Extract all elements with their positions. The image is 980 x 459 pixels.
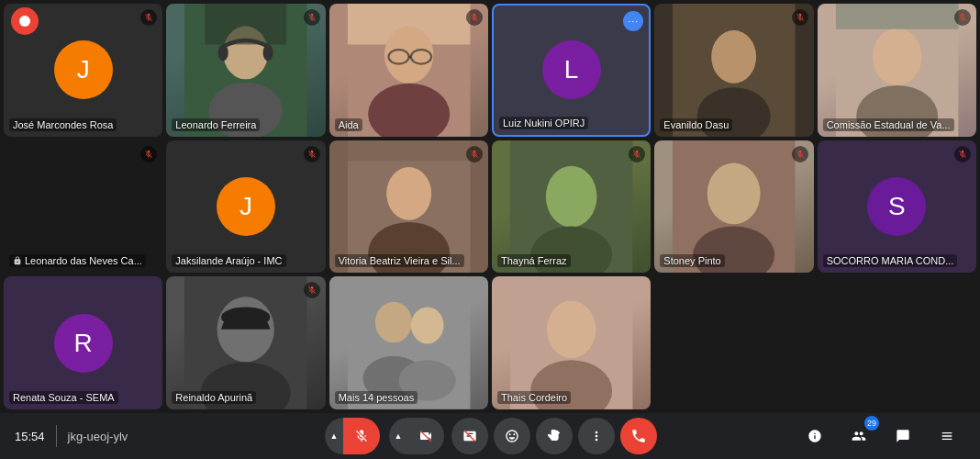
mic-muted-icon <box>954 146 971 162</box>
svg-point-25 <box>546 165 597 227</box>
toolbar-right-controls: 29 <box>796 418 965 454</box>
participant-name: Luiz Nukini OPIRJ <box>499 117 588 129</box>
meeting-code: jkg-ueoj-ylv <box>68 430 128 443</box>
participant-tile[interactable]: Leonardo das Neves Ca... <box>4 140 162 274</box>
participant-photo <box>329 140 488 274</box>
participant-photo <box>329 4 488 137</box>
camera-control-group: ▲ <box>389 418 444 454</box>
separator <box>56 425 57 447</box>
participant-photo <box>166 276 325 409</box>
svg-rect-19 <box>836 4 959 29</box>
chat-btn[interactable] <box>885 418 921 454</box>
video-grid: J José Marcondes Rosa Leonardo Ferreira <box>0 0 980 413</box>
info-btn[interactable] <box>796 418 833 454</box>
camera-arrow-btn[interactable]: ▲ <box>389 418 407 454</box>
avatar: J <box>217 177 275 236</box>
participant-tile[interactable]: ··· L Luiz Nukini OPIRJ <box>492 4 651 137</box>
participant-tile[interactable]: Reinaldo Apurinã <box>166 276 325 409</box>
participant-name: SOCORRO MARIA COND... <box>823 254 958 267</box>
svg-point-17 <box>873 28 921 85</box>
participant-name: Stoney Pinto <box>660 254 724 267</box>
participant-tile[interactable]: Comissão Estadual de Va... <box>818 4 976 137</box>
participant-name: Evanildo Dasu <box>660 118 732 131</box>
participant-name: Leonardo das Neves Ca... <box>9 254 146 267</box>
participant-name: Comissão Estadual de Va... <box>823 118 954 131</box>
mic-muted-icon <box>140 146 157 162</box>
participant-photo <box>166 4 325 137</box>
toolbar: 15:54 jkg-ueoj-ylv ▲ ▲ <box>0 413 980 459</box>
participant-name: Thais Cordeiro <box>497 391 571 404</box>
mic-muted-icon <box>304 282 320 298</box>
participant-tile[interactable]: Thayná Ferraz <box>492 140 651 274</box>
svg-point-37 <box>411 308 444 344</box>
mic-muted-icon <box>629 146 645 162</box>
participant-name: Renata Souza - SEMA <box>9 391 118 404</box>
participant-photo <box>492 276 651 409</box>
participants-btn[interactable]: 29 <box>841 418 877 454</box>
captions-btn[interactable] <box>451 418 488 454</box>
empty-tile <box>654 276 813 409</box>
more-options-btn[interactable] <box>578 418 615 454</box>
record-indicator <box>11 7 39 35</box>
svg-point-21 <box>386 167 431 220</box>
participant-tile[interactable]: Leonardo Ferreira <box>166 4 325 137</box>
participant-name: Leonardo Ferreira <box>172 118 260 131</box>
mic-muted-icon <box>304 146 320 162</box>
participant-name: Thayná Ferraz <box>497 254 571 267</box>
mic-muted-icon <box>466 9 483 26</box>
svg-point-14 <box>712 30 757 84</box>
participant-name: Mais 14 pessoas <box>335 391 418 404</box>
avatar: R <box>54 314 113 373</box>
svg-point-35 <box>375 302 412 343</box>
mic-muted-icon <box>954 9 971 26</box>
mic-muted-icon <box>792 146 808 162</box>
participant-name: José Marcondes Rosa <box>9 118 117 131</box>
emoji-btn[interactable] <box>494 418 530 454</box>
participants-badge: 29 <box>864 416 879 431</box>
participant-tile[interactable]: Vitoria Beatriz Vieira e Sil... <box>329 140 488 274</box>
mic-arrow-btn[interactable]: ▲ <box>325 418 343 454</box>
participant-photo <box>654 4 813 137</box>
svg-point-40 <box>547 301 596 358</box>
avatar: L <box>542 40 601 99</box>
participant-photo <box>329 276 488 409</box>
participant-name: Jaksilande Araújo - IMC <box>172 254 285 267</box>
empty-tile <box>818 276 976 409</box>
svg-rect-23 <box>348 140 471 161</box>
hand-raise-btn[interactable] <box>536 418 573 454</box>
activities-btn[interactable] <box>929 418 965 454</box>
mic-toggle-btn[interactable] <box>343 418 380 454</box>
participant-tile[interactable]: J Jaksilande Araújo - IMC <box>166 140 325 274</box>
participant-tile[interactable]: Aida <box>329 4 488 137</box>
participant-tile[interactable]: Evanildo Dasu <box>654 4 813 137</box>
participant-tile[interactable]: Stoney Pinto <box>654 140 813 274</box>
participant-name: Aida <box>335 118 362 131</box>
svg-point-28 <box>707 162 761 224</box>
participant-tile[interactable]: Mais 14 pessoas <box>329 276 488 409</box>
mic-control-group: ▲ <box>325 418 380 454</box>
mic-muted-icon <box>792 9 808 26</box>
mic-muted-icon <box>140 9 157 26</box>
mic-muted-icon <box>304 9 320 26</box>
participant-name: Vitoria Beatriz Vieira e Sil... <box>335 254 464 267</box>
participant-tile[interactable]: Thais Cordeiro <box>492 276 651 409</box>
participant-photo <box>492 140 651 274</box>
camera-toggle-btn[interactable] <box>407 418 444 454</box>
participant-name: Reinaldo Apurinã <box>172 391 256 404</box>
participant-photo <box>654 140 813 274</box>
avatar: J <box>54 40 113 99</box>
avatar: S <box>867 177 926 236</box>
participant-photo <box>818 4 976 137</box>
more-options-icon[interactable]: ··· <box>623 11 643 31</box>
mic-muted-icon <box>466 146 483 162</box>
end-call-btn[interactable] <box>620 418 657 454</box>
participant-tile[interactable]: S SOCORRO MARIA COND... <box>818 140 976 274</box>
participant-tile[interactable]: R Renata Souza - SEMA <box>4 276 162 409</box>
current-time: 15:54 <box>15 430 45 443</box>
toolbar-controls: ▲ ▲ <box>323 418 657 454</box>
